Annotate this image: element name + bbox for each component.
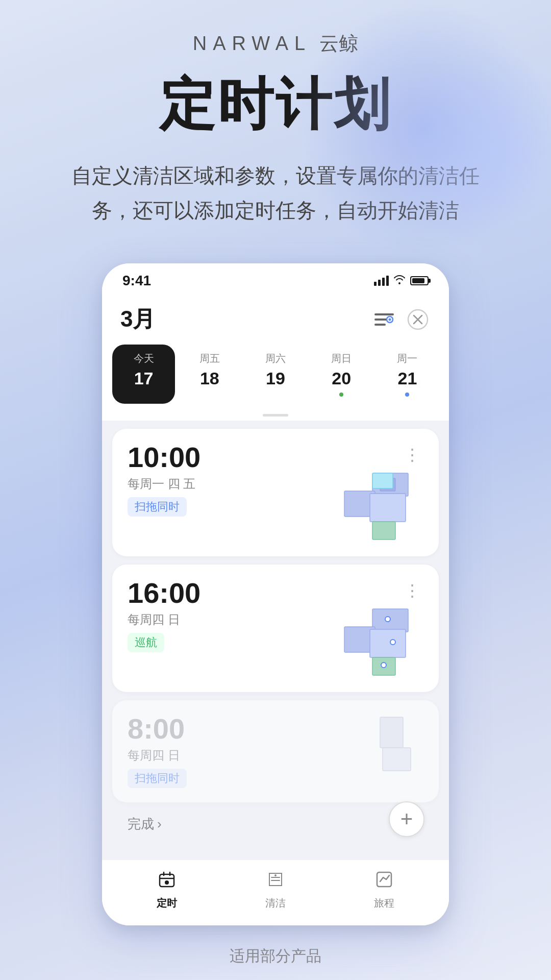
day-name-mon: 周一 xyxy=(397,352,417,365)
schedule-mode-2: 巡航 xyxy=(128,633,164,652)
phone-mockup: 9:41 xyxy=(102,263,449,925)
map-thumb-2 xyxy=(342,606,423,678)
schedule-mode-3: 扫拖同时 xyxy=(128,769,187,788)
svg-rect-22 xyxy=(383,748,411,771)
day-name-today: 今天 xyxy=(134,352,154,365)
schedule-time-2: 16:00 xyxy=(128,579,342,607)
svg-rect-21 xyxy=(380,717,403,748)
nav-item-journey[interactable]: 旅程 xyxy=(330,870,439,910)
schedule-info-3: 8:00 每周四 日 扫拖同时 xyxy=(128,715,342,788)
map-thumb-3 xyxy=(342,715,423,786)
day-dot-today xyxy=(139,391,148,397)
day-dot-mon xyxy=(405,393,409,397)
month-header: 3月 xyxy=(102,294,449,339)
day-fri[interactable]: 周五 18 xyxy=(178,345,241,404)
brand-name-en: NARWAL xyxy=(193,33,311,55)
complete-label: 完成 xyxy=(128,815,154,833)
schedule-card-1[interactable]: 10:00 每周一 四 五 扫拖同时 ⋮ xyxy=(112,429,439,556)
close-button[interactable] xyxy=(405,307,431,332)
svg-rect-12 xyxy=(372,522,395,540)
day-num-mon: 21 xyxy=(398,369,417,388)
month-label: 3月 xyxy=(120,304,155,334)
week-days: 今天 17 周五 18 周六 19 xyxy=(102,339,449,412)
map-thumb-1 xyxy=(342,471,423,542)
journey-nav-icon xyxy=(375,870,393,893)
add-icon: + xyxy=(400,807,413,831)
timer-nav-icon xyxy=(158,870,176,893)
day-dot-fri xyxy=(208,393,212,397)
page-title: 定时计划 xyxy=(159,67,392,143)
schedule-card-2[interactable]: 16:00 每周四 日 巡航 ⋮ xyxy=(112,565,439,692)
nav-label-journey: 旅程 xyxy=(374,896,394,910)
schedule-info-2: 16:00 每周四 日 巡航 xyxy=(128,579,342,652)
svg-point-18 xyxy=(385,617,390,622)
more-button-2[interactable]: ⋮ xyxy=(402,579,423,602)
page-subtitle: 自定义清洁区域和参数，设置专属你的清洁任务，还可以添加定时任务，自动开始清洁 xyxy=(71,158,480,228)
svg-point-28 xyxy=(274,874,277,876)
month-actions xyxy=(371,307,431,332)
brand-name-cn: 云鲸 xyxy=(319,31,358,57)
day-mon[interactable]: 周一 21 xyxy=(376,345,439,404)
day-num-fri: 18 xyxy=(200,369,219,388)
footer-text: 适用部分产品 xyxy=(230,946,321,967)
status-time: 9:41 xyxy=(122,273,151,289)
complete-button[interactable]: 完成 › xyxy=(128,811,162,837)
filter-button[interactable] xyxy=(371,307,397,332)
schedule-time-3: 8:00 xyxy=(128,715,342,743)
app-content: 3月 xyxy=(102,294,449,925)
status-icons xyxy=(374,274,429,287)
battery-icon xyxy=(410,276,429,285)
day-sun[interactable]: 周日 20 xyxy=(310,345,373,404)
scroll-indicator xyxy=(102,412,449,421)
schedule-days-2: 每周四 日 xyxy=(128,611,342,628)
day-sat[interactable]: 周六 19 xyxy=(244,345,307,404)
schedule-days-3: 每周四 日 xyxy=(128,747,342,764)
day-dot-sat xyxy=(273,393,278,397)
svg-point-20 xyxy=(381,663,386,668)
svg-point-4 xyxy=(389,318,391,321)
day-name-sat: 周六 xyxy=(265,352,286,365)
svg-rect-29 xyxy=(377,872,391,887)
svg-rect-2 xyxy=(374,324,386,326)
day-num-today: 17 xyxy=(134,369,154,388)
bottom-nav: 定时 清洁 xyxy=(102,860,449,925)
schedule-time-1: 10:00 xyxy=(128,443,342,472)
signal-icon xyxy=(374,276,389,286)
svg-rect-0 xyxy=(374,313,394,315)
nav-label-clean: 清洁 xyxy=(265,896,286,910)
day-dot-sun xyxy=(339,393,343,397)
brand-header: NARWAL 云鲸 xyxy=(193,31,358,57)
schedule-days-1: 每周一 四 五 xyxy=(128,476,342,492)
schedule-list: 10:00 每周一 四 五 扫拖同时 ⋮ xyxy=(102,421,449,860)
day-name-sun: 周日 xyxy=(331,352,352,365)
svg-point-19 xyxy=(390,640,395,645)
schedule-right-3 xyxy=(342,715,423,786)
complete-chevron-icon: › xyxy=(157,816,162,832)
svg-rect-11 xyxy=(370,494,406,522)
schedule-card-3[interactable]: 8:00 每周四 日 扫拖同时 xyxy=(112,700,439,802)
status-bar: 9:41 xyxy=(102,263,449,294)
nav-item-timer[interactable]: 定时 xyxy=(112,870,221,910)
wifi-icon xyxy=(393,274,406,287)
add-schedule-button[interactable]: + xyxy=(389,801,424,837)
schedule-right-1: ⋮ xyxy=(342,443,423,542)
bottom-actions: 完成 › + xyxy=(112,811,439,851)
schedule-right-2: ⋮ xyxy=(342,579,423,678)
more-button-1[interactable]: ⋮ xyxy=(402,443,423,467)
nav-item-clean[interactable]: 清洁 xyxy=(221,870,330,910)
schedule-mode-1: 扫拖同时 xyxy=(128,497,187,517)
clean-nav-icon xyxy=(266,870,285,893)
day-num-sat: 19 xyxy=(266,369,285,388)
nav-label-timer: 定时 xyxy=(157,896,177,910)
day-name-fri: 周五 xyxy=(199,352,220,365)
svg-rect-16 xyxy=(370,629,406,657)
svg-point-27 xyxy=(165,880,169,885)
schedule-info-1: 10:00 每周一 四 五 扫拖同时 xyxy=(128,443,342,517)
svg-rect-13 xyxy=(372,473,393,488)
day-today[interactable]: 今天 17 xyxy=(112,345,175,404)
day-num-sun: 20 xyxy=(332,369,351,388)
